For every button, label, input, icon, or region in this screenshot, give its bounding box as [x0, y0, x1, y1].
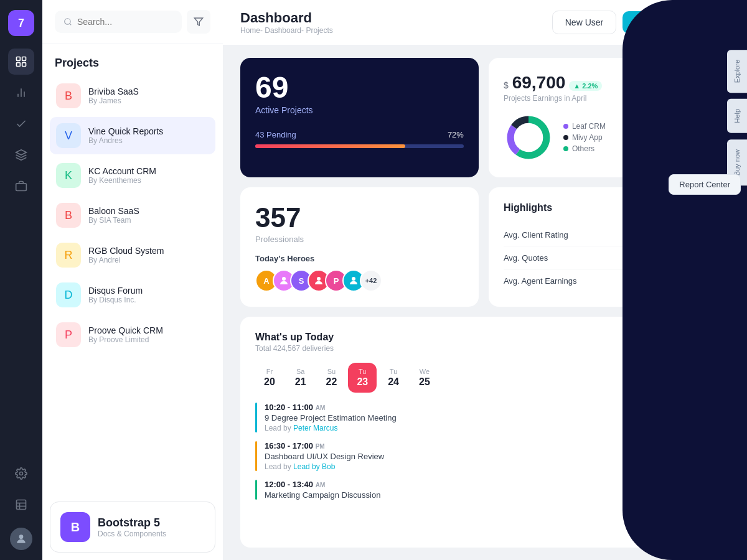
cal-day-num: 20 — [264, 376, 275, 388]
event-time-1: 10:20 - 11:00 AM — [265, 403, 635, 412]
filter-icon — [194, 17, 204, 27]
svg-point-22 — [282, 277, 286, 281]
svg-rect-3 — [22, 63, 26, 67]
project-info: Baloon SaaS By SIA Team — [88, 206, 139, 225]
sidebar-item-briviba-saas[interactable]: B Briviba SaaS By James — [50, 77, 215, 114]
nav-icon-briefcase[interactable] — [8, 173, 34, 199]
search-icon — [63, 17, 72, 27]
cal-day-num: 21 — [295, 376, 306, 388]
cal-day-label: We — [420, 368, 430, 375]
nav-bar: 7 — [0, 0, 42, 560]
heroes-section: Today's Heroes A S P — [255, 254, 464, 292]
project-info: Briviba SaaS By James — [88, 86, 139, 105]
sidebar-item-vine-quick-reports[interactable]: V Vine Quick Reports By Andres — [50, 117, 215, 154]
event-2: 16:30 - 17:00 PM Dashboard UI/UX Design … — [255, 441, 677, 471]
nav-icon-grid[interactable] — [8, 49, 34, 75]
svg-marker-7 — [16, 150, 27, 155]
nav-icon-chart[interactable] — [8, 80, 34, 106]
sidebar: Projects B Briviba SaaS By James V Vine … — [42, 0, 223, 560]
new-user-button[interactable]: New User — [552, 11, 616, 34]
filter-button[interactable] — [187, 10, 210, 34]
event-time-3: 12:00 - 13:40 AM — [265, 480, 635, 489]
event-3: 12:00 - 13:40 AM Marketing Campaign Disc… — [255, 480, 677, 500]
project-name: Proove Quick CRM — [88, 325, 163, 335]
breadcrumb: Home- Dashboard- Projects — [240, 26, 333, 35]
nav-icon-layers[interactable] — [8, 142, 34, 168]
svg-marker-17 — [194, 18, 202, 26]
event-lead-1: Lead by Peter Marcus — [265, 424, 635, 432]
project-by: By Andrei — [88, 256, 164, 264]
project-info: Proove Quick CRM By Proove Limited — [88, 325, 163, 344]
svg-point-9 — [20, 472, 23, 475]
svg-point-14 — [19, 534, 24, 539]
event-lead-link-1[interactable]: Peter Marcus — [293, 424, 337, 432]
ampm-2: PM — [316, 443, 325, 450]
cal-day-label: Tu — [390, 368, 397, 375]
right-panel: Explore Help Buy now Report Center — [710, 0, 747, 560]
progress-bar-inner — [255, 144, 405, 148]
project-icon: D — [56, 282, 81, 307]
cal-day-num: 23 — [357, 376, 368, 388]
cal-day-label: Su — [327, 368, 336, 375]
search-bar[interactable] — [55, 11, 182, 33]
event-bar-2 — [255, 441, 257, 471]
search-input[interactable] — [77, 17, 173, 27]
cal-day-22[interactable]: Su 22 — [317, 363, 346, 393]
heroes-label: Today's Heroes — [255, 254, 464, 263]
project-icon: V — [56, 123, 81, 148]
cal-day-21[interactable]: Sa 21 — [286, 363, 315, 393]
promo-title: Bootstrap 5 — [98, 516, 166, 530]
progress-bar-outer — [255, 144, 464, 148]
earnings-badge: ▲ 2.2% — [569, 81, 602, 91]
event-bar-3 — [255, 480, 257, 500]
cal-day-num: 22 — [326, 376, 337, 388]
side-tab-help[interactable]: Help — [727, 99, 747, 133]
project-by: By Disqus Inc. — [88, 296, 143, 304]
pending-row: 43 Pending 72% — [255, 130, 464, 139]
highlight-name-2: Avg. Quotes — [504, 253, 548, 263]
cal-day-num: 24 — [388, 376, 399, 388]
svg-point-21 — [516, 125, 541, 150]
cal-day-20[interactable]: Fr 20 — [255, 363, 284, 393]
event-name-3: Marketing Campaign Discussion — [265, 490, 635, 500]
project-icon: P — [56, 322, 81, 347]
nav-icon-table[interactable] — [8, 492, 34, 518]
project-icon: B — [56, 203, 81, 228]
sidebar-item-rgb-cloud-system[interactable]: R RGB Cloud System By Andrei — [50, 236, 215, 274]
cal-day-23[interactable]: Tu 23 — [348, 363, 377, 393]
sidebar-header — [42, 0, 223, 44]
donut-chart — [504, 113, 553, 162]
report-center-button[interactable]: Report Center — [669, 174, 741, 195]
sidebar-item-baloon-saas[interactable]: B Baloon SaaS By SIA Team — [50, 197, 215, 234]
cal-day-24[interactable]: Tu 24 — [379, 363, 408, 393]
earnings-dollar: $ — [504, 80, 509, 90]
professionals-count: 357 — [255, 202, 464, 233]
cal-day-25[interactable]: We 25 — [410, 363, 439, 393]
project-info: Vine Quick Reports By Andres — [88, 126, 163, 145]
svg-rect-1 — [22, 57, 26, 61]
hero-more: +42 — [360, 269, 382, 292]
svg-point-23 — [317, 277, 321, 281]
event-lead-link-2[interactable]: Lead by Bob — [293, 462, 335, 471]
cal-day-label: Sa — [296, 368, 304, 375]
svg-point-24 — [352, 277, 355, 281]
active-projects-card: 69 Active Projects 43 Pending 72% — [240, 58, 479, 177]
side-tab-explore[interactable]: Explore — [727, 50, 747, 93]
user-avatar[interactable] — [10, 528, 32, 550]
event-name-2: Dashboard UI/UX Design Review — [265, 452, 635, 461]
nav-avatar[interactable]: 7 — [8, 10, 34, 36]
sidebar-item-disqus-forum[interactable]: D Disqus Forum By Disqus Inc. — [50, 276, 215, 314]
svg-rect-10 — [17, 500, 26, 510]
event-lead-2: Lead by Lead by Bob — [265, 462, 635, 471]
stats-card: 357 Professionals Today's Heroes A S P — [240, 187, 479, 307]
highlight-name-3: Avg. Agent Earnings — [504, 276, 577, 286]
promo-card[interactable]: B Bootstrap 5 Docs & Components — [50, 502, 215, 553]
project-by: By Proove Limited — [88, 335, 163, 344]
svg-rect-0 — [17, 57, 21, 61]
sidebar-item-proove-quick-crm[interactable]: P Proove Quick CRM By Proove Limited — [50, 316, 215, 353]
project-icon: R — [56, 243, 81, 268]
nav-icon-settings[interactable] — [8, 460, 34, 487]
project-info: Disqus Forum By Disqus Inc. — [88, 286, 143, 304]
sidebar-item-kc-account-crm[interactable]: K KC Account CRM By Keenthemes — [50, 157, 215, 194]
nav-icon-check[interactable] — [8, 111, 34, 137]
